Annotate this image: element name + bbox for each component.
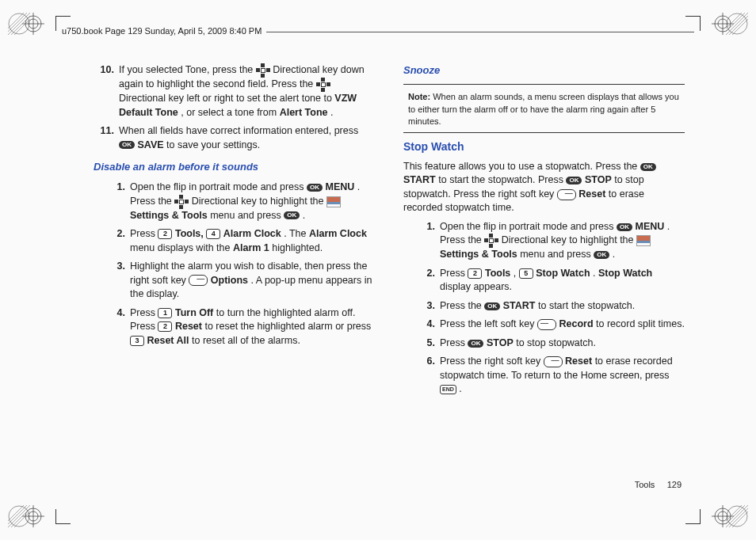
- column-right: Snooze Note: When an alarm sounds, a men…: [403, 63, 685, 469]
- settings-tools-icon: [326, 196, 341, 207]
- step-number: 2.: [414, 267, 440, 295]
- svg-line-30: [14, 19, 30, 35]
- list-item: 11. When all fields have correct informa…: [94, 124, 375, 152]
- number-key-icon: 1: [158, 308, 172, 318]
- header-rule: [266, 32, 694, 32]
- hatch-icon: [8, 505, 30, 527]
- step-number: 4.: [105, 306, 130, 348]
- dpad-icon: [174, 195, 189, 209]
- section-heading: Snooze: [403, 63, 685, 78]
- svg-line-22: [726, 505, 748, 527]
- svg-line-16: [726, 13, 748, 35]
- ok-key-icon: OK: [484, 302, 500, 310]
- right-softkey-icon: [544, 356, 563, 367]
- step-number: 2.: [105, 227, 130, 255]
- ok-key-icon: OK: [594, 251, 609, 259]
- paragraph: This feature allows you to use a stopwat…: [403, 160, 685, 215]
- right-softkey-icon: [189, 275, 208, 286]
- svg-line-28: [8, 13, 30, 35]
- list-item: 4. Press 1 Turn Off to turn the highligh…: [94, 306, 375, 348]
- svg-line-20: [726, 13, 742, 29]
- list-item: 2. Press 2 Tools, 4 Alarm Clock . The Al…: [94, 227, 375, 255]
- ok-key-icon: OK: [566, 177, 582, 184]
- svg-line-34: [8, 505, 30, 527]
- list-item: 5. Press OK STOP to stop stopwatch.: [403, 337, 685, 351]
- step-number: 10.: [94, 63, 119, 120]
- svg-line-26: [726, 505, 742, 521]
- list-item: 1. Open the flip in portrait mode and pr…: [403, 220, 685, 262]
- ok-key-icon: OK: [284, 211, 300, 219]
- dpad-icon: [484, 234, 498, 248]
- page-header: u750.book Page 129 Sunday, April 5, 2009…: [62, 24, 694, 40]
- list-item: 6. Press the right soft key Reset to era…: [403, 355, 685, 397]
- hatch-icon: [726, 505, 748, 527]
- list-item: 2. Press 2 Tools , 5 Stop Watch . Stop W…: [403, 267, 685, 295]
- step-number: 3.: [105, 260, 130, 302]
- left-softkey-icon: [537, 319, 556, 330]
- step-number: 6.: [414, 355, 440, 397]
- step-number: 11.: [94, 124, 119, 152]
- number-key-icon: 2: [468, 268, 482, 279]
- list-item: 3. Press the OK START to start the stopw…: [403, 299, 685, 314]
- svg-line-38: [8, 505, 24, 521]
- crop-mark-icon: [55, 509, 71, 524]
- end-key-icon: END: [440, 385, 456, 394]
- step-number: 1.: [105, 181, 130, 222]
- svg-line-36: [14, 511, 30, 527]
- list-item: 1. Open the flip in portrait mode and pr…: [94, 181, 375, 222]
- ok-key-icon: OK: [468, 340, 483, 348]
- section-heading: Stop Watch: [403, 139, 685, 155]
- number-key-icon: 4: [206, 229, 220, 239]
- list-item: 4. Press the left soft key Record to rec…: [403, 318, 685, 332]
- number-key-icon: 2: [158, 321, 172, 332]
- page-number: 129: [667, 480, 682, 489]
- footer-section: Tools: [635, 480, 655, 489]
- note-block: Note: When an alarm sounds, a menu scree…: [403, 91, 685, 127]
- sub-heading: Disable an alarm before it sounds: [94, 160, 375, 174]
- step-number: 4.: [414, 318, 440, 332]
- step-number: 5.: [414, 337, 440, 351]
- hatch-icon: [726, 13, 748, 35]
- right-softkey-icon: [557, 189, 576, 200]
- column-left: 10. If you selected Tone, press the Dire…: [94, 63, 375, 469]
- ok-key-icon: OK: [617, 223, 632, 231]
- svg-line-32: [8, 13, 24, 29]
- ok-key-icon: OK: [640, 163, 656, 171]
- dpad-icon: [256, 63, 270, 78]
- number-key-icon: 2: [158, 229, 172, 239]
- ok-key-icon: OK: [119, 141, 135, 149]
- svg-line-18: [732, 19, 748, 35]
- dpad-icon: [316, 78, 330, 92]
- crop-mark-icon: [685, 509, 701, 524]
- hatch-icon: [8, 13, 30, 35]
- number-key-icon: 5: [519, 268, 533, 279]
- list-item: 10. If you selected Tone, press the Dire…: [94, 63, 375, 120]
- settings-tools-icon: [636, 235, 651, 246]
- horizontal-rule: [403, 84, 685, 85]
- horizontal-rule: [403, 132, 685, 133]
- step-number: 1.: [414, 220, 440, 262]
- page-footer: Tools 129: [635, 479, 682, 491]
- step-number: 3.: [414, 299, 440, 314]
- header-text: u750.book Page 129 Sunday, April 5, 2009…: [62, 25, 262, 37]
- ok-key-icon: OK: [307, 184, 323, 192]
- svg-line-24: [732, 511, 748, 527]
- list-item: 3. Highlight the alarm you wish to disab…: [94, 260, 375, 302]
- number-key-icon: 3: [130, 336, 144, 346]
